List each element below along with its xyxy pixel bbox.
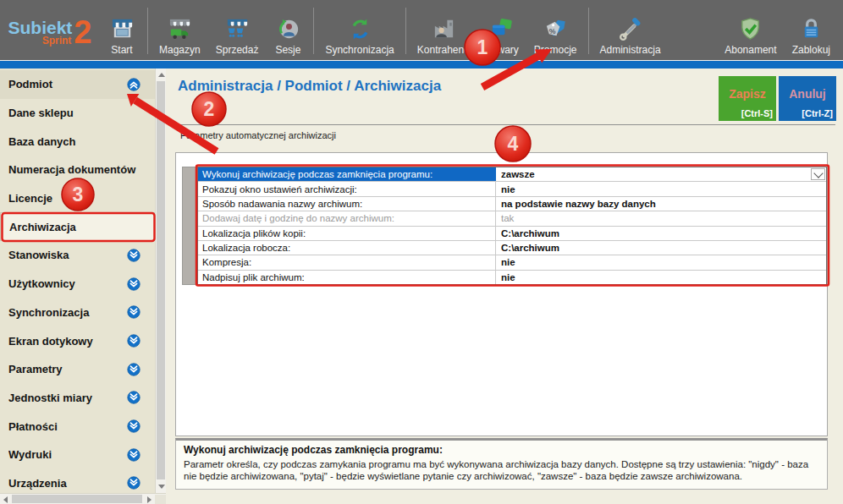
chevron-down-icon[interactable] xyxy=(127,476,140,490)
sidebar-item-label: Płatności xyxy=(8,420,127,433)
toolbar-item-magazyn[interactable]: Magazyn xyxy=(152,0,208,60)
breadcrumb: Administracja / Podmiot / Archiwizacja xyxy=(178,78,441,95)
sidebar-item-podmiot[interactable]: Podmiot xyxy=(0,70,155,99)
setting-row[interactable]: Lokalizacja robocza:C:\archiwum xyxy=(198,240,826,255)
sessions-person-icon xyxy=(273,15,302,42)
chevron-down-icon[interactable] xyxy=(127,419,140,433)
scroll-right-arrow-icon[interactable] xyxy=(147,496,152,503)
logo-subiekt: Subiekt xyxy=(8,19,73,36)
setting-value: C:\archiwum xyxy=(496,241,826,255)
sidebar-item-uzytkownicy[interactable]: Użytkownicy xyxy=(0,270,155,299)
toolbar-item-towary[interactable]: Towary xyxy=(479,0,526,60)
setting-value: nie xyxy=(496,182,826,195)
scroll-down-arrow-icon[interactable] xyxy=(158,485,165,489)
chevron-down-icon[interactable] xyxy=(127,305,140,319)
sidebar-item-label: Licencje xyxy=(8,192,150,205)
sync-arrows-icon xyxy=(345,15,374,42)
sidebar-horizontal-scrollbar[interactable] xyxy=(0,493,166,504)
sidebar-item-synchronizacja[interactable]: Synchronizacja xyxy=(0,299,155,327)
setting-value: zawsze xyxy=(496,167,826,181)
setting-row[interactable]: Kompresja:nie xyxy=(198,255,826,269)
toolbar-item-label: Start xyxy=(111,44,132,56)
sidebar-item-label: Stanowiska xyxy=(8,249,127,261)
setting-row[interactable]: Nadpisuj plik archiwum:nie xyxy=(198,270,826,284)
chevron-down-icon[interactable] xyxy=(127,391,140,404)
section-label: Parametry automatycznej archiwizacji xyxy=(180,130,336,140)
chevron-down-icon[interactable] xyxy=(127,448,140,462)
cancel-button[interactable]: Anuluj [Ctrl-Z] xyxy=(779,76,836,121)
setting-row[interactable]: Lokalizacja plików kopii:C:\archiwum xyxy=(198,226,826,240)
toolbar-spacer xyxy=(669,0,718,60)
sidebar-item-wydruki[interactable]: Wydruki xyxy=(0,441,155,469)
toolbar-item-sprzedaz[interactable]: Sprzedaż xyxy=(208,0,267,60)
toolbar-item-label: Abonament xyxy=(725,44,776,56)
toolbar-item-abonament[interactable]: Abonament xyxy=(717,0,784,60)
setting-label: Lokalizacja robocza: xyxy=(198,241,496,255)
setting-row[interactable]: Sposób nadawania nazwy archiwum:na podst… xyxy=(198,196,826,211)
settings-table: Wykonuj archiwizację podczas zamknięcia … xyxy=(197,167,827,285)
lock-icon xyxy=(796,15,825,42)
description-title: Wykonuj archiwizację podczas zamknięcia … xyxy=(184,444,819,456)
toolbar-item-zablokuj[interactable]: Zablokuj xyxy=(785,0,838,60)
setting-value: nie xyxy=(496,255,826,269)
horizontal-scroll-thumb[interactable] xyxy=(12,495,142,503)
logo-sprint: Sprint xyxy=(42,36,72,45)
dropdown-button[interactable] xyxy=(811,168,825,180)
toolbar-item-kontrahenci[interactable]: Kontrahenci xyxy=(410,0,479,60)
scroll-left-arrow-icon[interactable] xyxy=(3,496,8,503)
setting-row[interactable]: Pokazuj okno ustawień archiwizacji:nie xyxy=(198,181,826,195)
settings-panel: Wykonuj archiwizację podczas zamknięcia … xyxy=(175,152,828,436)
setting-row[interactable]: Dodawaj datę i godzinę do nazwy archiwum… xyxy=(198,211,826,225)
storefront-icon xyxy=(107,15,136,42)
sidebar-item-label: Synchronizacja xyxy=(8,306,127,319)
cancel-button-shortcut: [Ctrl-Z] xyxy=(802,108,833,118)
sidebar-item-label: Użytkownicy xyxy=(8,277,127,290)
toolbar-item-label: Magazyn xyxy=(159,44,201,56)
chevron-down-icon[interactable] xyxy=(127,363,140,376)
save-button-shortcut: [Ctrl-S] xyxy=(741,108,773,118)
chevron-up-icon[interactable] xyxy=(127,78,140,91)
accent-strip xyxy=(0,60,843,68)
toolbar-item-synchronizacja[interactable]: Synchronizacja xyxy=(317,0,401,60)
sidebar-item-jednostki-miary[interactable]: Jednostki miary xyxy=(0,384,155,413)
chevron-down-icon[interactable] xyxy=(127,249,140,262)
toolbar-item-label: Towary xyxy=(487,44,519,56)
toolbar-item-label: Sprzedaż xyxy=(216,44,259,56)
subscription-shield-icon xyxy=(736,15,765,42)
toolbar-item-label: Synchronizacja xyxy=(325,44,394,56)
toolbar-item-label: Administracja xyxy=(600,44,661,56)
toolbar-item-start[interactable]: Start xyxy=(100,0,144,60)
toolbar-items: StartMagazynSprzedażSesjeSynchronizacjaK… xyxy=(100,0,669,60)
sidebar-item-ekran-dotykowy[interactable]: Ekran dotykowy xyxy=(0,326,155,355)
svg-text:%: % xyxy=(548,26,555,35)
sidebar-item-dane-sklepu[interactable]: Dane sklepu xyxy=(0,99,155,128)
sidebar-vertical-scrollbar[interactable] xyxy=(155,68,166,493)
vertical-scroll-thumb[interactable] xyxy=(157,81,165,479)
chevron-down-icon[interactable] xyxy=(127,277,140,291)
sidebar-item-platnosci[interactable]: Płatności xyxy=(0,412,155,441)
cancel-button-label: Anuluj xyxy=(779,87,836,101)
sidebar-item-licencje[interactable]: Licencje xyxy=(0,184,155,213)
sidebar-item-numeracja-dokumentow[interactable]: Numeracja dokumentów xyxy=(0,156,155,184)
sidebar-item-parametry[interactable]: Parametry xyxy=(0,355,155,384)
sidebar-item-urzadzenia[interactable]: Urządzenia xyxy=(0,469,155,493)
toolbar-item-sesje[interactable]: Sesje xyxy=(266,0,310,60)
scroll-up-arrow-icon[interactable] xyxy=(158,73,165,77)
contractors-factory-icon xyxy=(430,15,459,42)
chevron-down-icon[interactable] xyxy=(127,334,140,348)
toolbar-item-administracja[interactable]: Administracja xyxy=(592,0,669,60)
sidebar: PodmiotDane sklepuBaza danychNumeracja d… xyxy=(0,68,155,493)
setting-label: Sposób nadawania nazwy archiwum: xyxy=(198,197,496,211)
toolbar-separator xyxy=(313,8,314,54)
save-button[interactable]: Zapisz [Ctrl-S] xyxy=(719,76,776,121)
row-selector-gutter[interactable] xyxy=(182,167,197,285)
sidebar-item-archiwizacja[interactable]: Archiwizacja xyxy=(0,212,155,241)
top-toolbar: Subiekt Sprint 2 StartMagazynSprzedażSes… xyxy=(0,0,843,60)
sidebar-item-stanowiska[interactable]: Stanowiska xyxy=(0,241,155,270)
toolbar-item-promocje[interactable]: %Promocje xyxy=(526,0,585,60)
sidebar-item-label: Ekran dotykowy xyxy=(8,335,127,348)
sidebar-item-label: Numeracja dokumentów xyxy=(8,163,150,176)
setting-row[interactable]: Wykonuj archiwizację podczas zamknięcia … xyxy=(198,167,826,181)
logo-2: 2 xyxy=(74,16,91,48)
sidebar-item-baza-danych[interactable]: Baza danych xyxy=(0,127,155,156)
